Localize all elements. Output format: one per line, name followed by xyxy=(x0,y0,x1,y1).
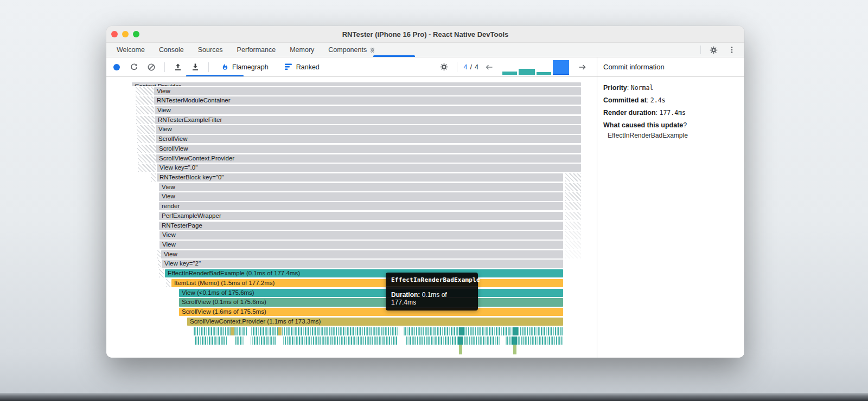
flamegraph-view-tab[interactable]: Flamegraph xyxy=(216,57,274,76)
flame-bar[interactable]: View xyxy=(159,192,563,200)
flame-dense-overlay[interactable] xyxy=(512,337,517,345)
flame-bar-label: ItemList (Memo) (1.5ms of 177.2ms) xyxy=(174,280,275,286)
divider xyxy=(457,62,457,72)
flame-bar[interactable]: Context.Provider xyxy=(132,82,581,86)
flame-dense-row[interactable] xyxy=(195,337,563,345)
flame-bar[interactable]: RNTesterExampleFilter xyxy=(155,116,581,124)
flame-bar[interactable]: View key="2" xyxy=(162,260,563,268)
flame-bar[interactable]: ItemList (Memo) (1.5ms of 177.2ms) xyxy=(171,279,563,287)
flame-bar[interactable]: View xyxy=(154,87,581,95)
render-duration-row: Render duration: 177.4ms xyxy=(603,109,738,117)
flame-bar[interactable]: View key=".0" xyxy=(157,164,581,172)
did-not-render-hatch xyxy=(136,106,154,114)
divider xyxy=(700,46,701,54)
previous-commit-arrow-icon[interactable] xyxy=(483,61,495,73)
flame-bar[interactable]: ScrollView (1.6ms of 175.5ms) xyxy=(179,308,563,316)
update-cause-row: What caused this update? EffectInRenderB… xyxy=(603,121,738,139)
profiler-settings-gear-icon[interactable] xyxy=(438,61,450,73)
flame-dense-overlay[interactable] xyxy=(459,327,464,335)
flame-bar[interactable]: ScrollView xyxy=(156,145,581,153)
reload-and-profile-icon[interactable] xyxy=(128,61,140,73)
did-not-render-hatch xyxy=(151,173,156,182)
flame-dense-gap xyxy=(247,327,250,335)
flame-bar[interactable]: View xyxy=(159,231,563,239)
record-button[interactable] xyxy=(111,61,123,73)
flame-bar[interactable]: PerfExampleWrapper xyxy=(159,212,563,220)
did-not-render-hatch xyxy=(136,87,154,95)
flame-bar[interactable]: ScrollView (0.1ms of 175.6ms) xyxy=(179,298,563,306)
flame-bar-label: ScrollView xyxy=(159,145,188,152)
tab-console[interactable]: Console xyxy=(152,43,191,57)
active-tab-underline xyxy=(373,55,415,57)
commit-bar[interactable] xyxy=(519,69,535,75)
commit-bar[interactable] xyxy=(537,72,551,75)
flame-bar[interactable]: View xyxy=(161,250,563,258)
flame-bar-label: View xyxy=(162,184,175,190)
flame-bar[interactable]: View (<0.1ms of 175.6ms) xyxy=(179,289,563,297)
flame-bar-label: View key=".0" xyxy=(159,164,197,171)
clear-profiling-data-icon[interactable] xyxy=(145,61,157,73)
ranked-view-tab[interactable]: Ranked xyxy=(279,57,325,76)
did-not-render-hatch xyxy=(565,250,581,258)
flame-bar[interactable]: ScrollView xyxy=(156,135,581,143)
flame-bar-label: PerfExampleWrapper xyxy=(162,212,221,219)
flame-bar-label: RNTesterBlock key="0" xyxy=(159,174,224,180)
commit-information-body: Priority: Normal Committed at: 2.4s Rend… xyxy=(597,77,744,151)
settings-gear-icon[interactable] xyxy=(707,44,719,56)
flame-bar[interactable]: View xyxy=(155,106,581,114)
did-not-render-hatch xyxy=(137,135,155,143)
flame-bar[interactable]: View xyxy=(159,241,563,249)
did-not-render-hatch xyxy=(159,269,164,277)
flame-dense-gap xyxy=(500,337,506,345)
flame-dense-overlay[interactable] xyxy=(513,327,518,335)
commit-selector: 4 / 4 xyxy=(438,60,592,75)
flame-bar[interactable]: RNTesterModuleContainer xyxy=(154,96,581,105)
flame-dense-row[interactable] xyxy=(194,327,563,335)
did-not-render-hatch xyxy=(565,192,581,200)
more-options-kebab-icon[interactable] xyxy=(726,44,738,56)
flame-dense-overlay[interactable] xyxy=(458,337,463,345)
flame-bar[interactable]: ScrollViewContext.Provider (1.1ms of 173… xyxy=(187,318,563,326)
flame-bar[interactable]: RNTesterBlock key="0" xyxy=(157,173,563,182)
tab-memory[interactable]: Memory xyxy=(283,43,321,57)
did-not-render-hatch xyxy=(158,260,161,268)
did-not-render-hatch xyxy=(565,183,581,191)
devtools-window: RNTester (iPhone 16 Pro) - React Native … xyxy=(106,26,744,358)
download-profile-icon[interactable] xyxy=(189,61,201,73)
flame-bar[interactable]: View xyxy=(156,125,581,133)
commit-bars-chart[interactable] xyxy=(502,60,569,75)
did-not-render-hatch xyxy=(138,154,156,163)
flame-bar[interactable]: render xyxy=(159,202,563,210)
flame-bar[interactable]: ScrollViewContext.Provider xyxy=(156,154,581,163)
flame-bar[interactable]: EffectInRenderBadExample (0.1ms of 177.4… xyxy=(165,269,563,277)
tab-welcome[interactable]: Welcome xyxy=(110,43,152,57)
flame-bar[interactable]: View xyxy=(159,183,563,191)
main-area: Flamegraph Ranked xyxy=(106,57,744,358)
flame-stub-bar[interactable] xyxy=(513,345,516,354)
flame-dense-overlay[interactable] xyxy=(278,327,282,335)
tab-performance[interactable]: Performance xyxy=(230,43,283,57)
commit-bar[interactable] xyxy=(502,72,517,75)
tab-components[interactable]: Components xyxy=(321,43,382,57)
tooltip-component-name: EffectInRenderBadExample xyxy=(386,273,478,287)
did-not-render-hatch xyxy=(137,125,155,133)
flame-bar[interactable]: RNTesterPage xyxy=(159,222,563,230)
profiler-toolbar: Flamegraph Ranked xyxy=(106,57,597,77)
did-not-render-hatch xyxy=(565,202,581,210)
update-cause-component[interactable]: EffectInRenderBadExample xyxy=(603,132,738,139)
did-not-render-hatch xyxy=(157,250,161,258)
did-not-render-hatch xyxy=(565,231,581,239)
window-title: RNTester (iPhone 16 Pro) - React Native … xyxy=(106,26,744,42)
commit-bar-selected[interactable] xyxy=(553,60,569,75)
next-commit-arrow-icon[interactable] xyxy=(576,61,588,73)
tooltip-duration: Duration: 0.1ms of 177.4ms xyxy=(386,287,478,311)
flame-dense-overlay[interactable] xyxy=(231,327,234,335)
commit-current: 4 xyxy=(464,63,468,71)
tab-sources[interactable]: Sources xyxy=(191,43,230,57)
did-not-render-hatch xyxy=(565,173,581,182)
commit-separator: / xyxy=(470,63,472,71)
flame-stub-bar[interactable] xyxy=(459,345,462,354)
did-not-render-hatch xyxy=(137,145,156,153)
flamegraph-chart[interactable]: EffectInRenderBadExample Duration: 0.1ms… xyxy=(106,77,597,358)
upload-profile-icon[interactable] xyxy=(172,61,184,73)
